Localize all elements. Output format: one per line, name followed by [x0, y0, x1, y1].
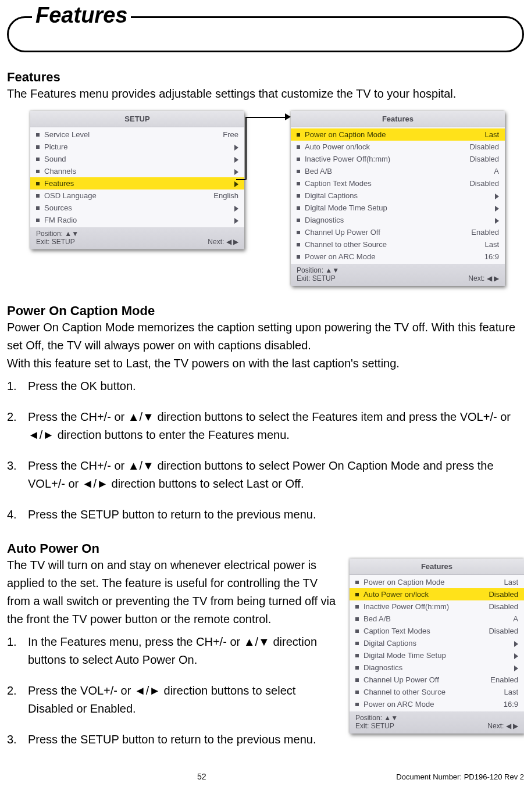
osd-features-list: Power on Caption ModeLastAuto Power on/l…: [350, 575, 524, 711]
osd-item-value: Disabled: [469, 179, 499, 188]
arrow-connector-icon: [244, 111, 291, 239]
bullet-icon: [355, 642, 359, 645]
osd-item-label: Power on ARC Mode: [363, 700, 504, 709]
osd-item-value: [234, 203, 238, 212]
osd-item-label: Power on Caption Mode: [305, 130, 484, 139]
osd-item: Auto Power on/lockDisabled: [291, 141, 505, 153]
osd-features-auto: Features Power on Caption ModeLastAuto P…: [350, 559, 524, 734]
osd-item-label: Inactive Power Off(h:mm): [305, 155, 469, 163]
osd-item-value: Last: [504, 578, 518, 586]
bullet-icon: [36, 182, 40, 185]
osd-item: Auto Power on/lockDisabled: [350, 588, 524, 600]
bullet-icon: [36, 145, 40, 149]
title-cartouche: Features: [7, 16, 524, 52]
osd-item: Sources: [30, 202, 244, 214]
osd-item-value: Last: [504, 688, 518, 696]
osd-features-title: Features: [291, 111, 505, 127]
bullet-icon: [297, 255, 300, 259]
osd-item: Diagnostics: [350, 661, 524, 674]
page-footer: 52 Document Number: PD196-120 Rev 2: [7, 772, 524, 781]
osd-item-value: Last: [484, 130, 499, 139]
bullet-icon: [36, 158, 40, 161]
list-number: 3.: [7, 457, 28, 493]
osd-setup: SETUP Service LevelFreePictureSoundChann…: [30, 111, 244, 249]
osd-item-value: English: [213, 191, 238, 200]
osd-item-value: A: [513, 614, 518, 623]
osd-item-label: Channels: [44, 167, 234, 176]
bullet-icon: [355, 593, 359, 596]
list-number: 1.: [7, 377, 28, 395]
list-number: 3.: [7, 731, 28, 749]
osd-item: Diagnostics: [291, 214, 505, 226]
osd-footer-exit: Exit: SETUP: [297, 274, 336, 282]
osd-setup-list: Service LevelFreePictureSoundChannelsFea…: [30, 127, 244, 227]
osd-item-label: Sources: [44, 203, 234, 212]
osd-item-value: Disabled: [489, 602, 518, 611]
osd-item-value: [514, 639, 518, 648]
osd-item-value: [234, 216, 238, 224]
bullet-icon: [36, 170, 40, 173]
osd-item: Channel to other SourceLast: [291, 238, 505, 251]
list-text: Press the OK button.: [28, 377, 524, 395]
osd-item-label: Auto Power on/lock: [305, 142, 469, 151]
osd-item: Channel to other SourceLast: [350, 686, 524, 698]
osd-footer-position: Position: ▲▼: [297, 266, 339, 274]
osd-footer-position: Position: ▲▼: [355, 714, 398, 722]
bullet-icon: [355, 666, 359, 670]
chevron-right-icon: [514, 641, 518, 647]
list-item: 3. Press the CH+/- or ▲/▼ direction butt…: [7, 457, 524, 493]
osd-features-title: Features: [350, 559, 524, 575]
bullet-icon: [297, 182, 300, 185]
osd-item-label: Inactive Power Off(h:mm): [363, 602, 489, 611]
bullet-icon: [297, 145, 300, 149]
osd-item-label: Digital Mode Time Setup: [363, 651, 514, 660]
osd-item-value: Enabled: [471, 228, 499, 237]
osd-item-value: Enabled: [490, 675, 518, 684]
bullet-icon: [355, 617, 359, 621]
osd-item-value: Disabled: [489, 627, 518, 635]
osd-item: Inactive Power Off(h:mm)Disabled: [350, 600, 524, 613]
section-features-intro: The Features menu provides adjustable se…: [7, 85, 524, 103]
osd-features-footer: Position: ▲▼ Exit: SETUP Next: ◀ ▶: [291, 264, 505, 286]
list-item: 2. Press the VOL+/- or ◄/► direction but…: [7, 682, 338, 718]
chevron-right-icon: [514, 653, 518, 659]
osd-item: Bed A/BA: [350, 613, 524, 625]
osd-item: Bed A/BA: [291, 165, 505, 177]
osd-item-label: Diagnostics: [305, 216, 495, 224]
osd-item: Service LevelFree: [30, 128, 244, 141]
osd-item-label: Digital Mode Time Setup: [305, 203, 495, 212]
osd-item-label: Power on Caption Mode: [363, 578, 504, 586]
osd-footer-exit: Exit: SETUP: [36, 238, 75, 246]
bullet-icon: [355, 629, 359, 633]
osd-item-label: Channel Up Power Off: [363, 675, 490, 684]
osd-item-label: Power on ARC Mode: [305, 252, 484, 261]
list-item: 4. Press the SETUP button to return to t…: [7, 506, 524, 524]
osd-item: Channel Up Power OffEnabled: [350, 674, 524, 686]
bullet-icon: [297, 231, 300, 234]
page-number: 52: [7, 772, 396, 781]
osd-item-value: [234, 179, 238, 188]
chevron-right-icon: [495, 218, 499, 224]
osd-item: Power on ARC Mode16:9: [350, 698, 524, 710]
bullet-icon: [297, 133, 300, 137]
chevron-right-icon: [234, 145, 238, 151]
osd-item: Caption Text ModesDisabled: [291, 177, 505, 189]
chevron-right-icon: [234, 169, 238, 175]
osd-item-label: Caption Text Modes: [305, 179, 469, 188]
list-item: 1. Press the OK button.: [7, 377, 524, 395]
osd-footer-next: Next: ◀ ▶: [468, 274, 499, 282]
osd-footer-next: Next: ◀ ▶: [487, 722, 518, 730]
osd-item-value: [234, 167, 238, 176]
osd-footer-position: Position: ▲▼: [36, 230, 79, 238]
chevron-right-icon: [234, 206, 238, 212]
osd-item: Digital Mode Time Setup: [291, 202, 505, 214]
bullet-icon: [36, 194, 40, 198]
bullet-icon: [297, 158, 300, 161]
list-text: Press the SETUP button to return to the …: [28, 731, 338, 749]
osd-item: Inactive Power Off(h:mm)Disabled: [291, 153, 505, 165]
osd-item: Picture: [30, 141, 244, 153]
osd-item: Power on ARC Mode16:9: [291, 251, 505, 263]
osd-item: Caption Text ModesDisabled: [350, 625, 524, 637]
osd-item-value: [234, 142, 238, 151]
osd-item-label: Digital Captions: [305, 191, 495, 200]
